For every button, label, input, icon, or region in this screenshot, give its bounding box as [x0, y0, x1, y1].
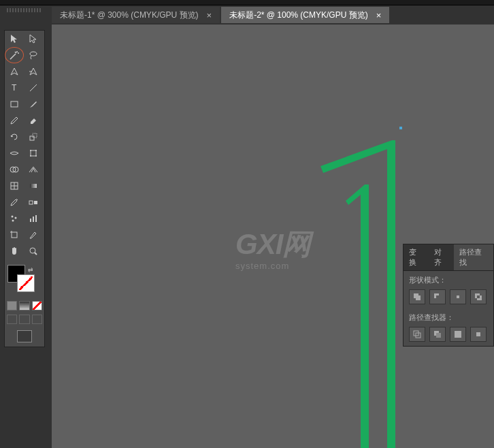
tab-transform[interactable]: 变换 — [404, 244, 429, 270]
toolbox: T — [4, 30, 45, 347]
svg-rect-24 — [35, 215, 37, 222]
svg-point-28 — [30, 248, 35, 253]
intersect-button[interactable] — [450, 289, 466, 304]
symbol-sprayer-tool-icon[interactable] — [5, 210, 24, 227]
watermark-main: GXI网 — [235, 225, 310, 263]
svg-line-2 — [30, 84, 37, 91]
svg-line-29 — [35, 253, 37, 255]
svg-rect-3 — [11, 101, 18, 107]
svg-rect-38 — [476, 332, 480, 336]
exclude-button[interactable] — [470, 289, 487, 304]
svg-rect-17 — [29, 201, 33, 204]
tab-label: 未标题-1* @ 300% (CMYK/GPU 预览) — [60, 10, 199, 21]
curvature-tool-icon[interactable] — [24, 63, 43, 80]
shape-builder-tool-icon[interactable] — [5, 161, 24, 178]
type-tool-icon[interactable]: T — [5, 80, 24, 96]
color-swatch-section: ⇄ — [5, 259, 44, 299]
none-mode-icon[interactable] — [32, 301, 42, 310]
color-mode-icon[interactable] — [7, 301, 17, 310]
slice-tool-icon[interactable] — [24, 227, 43, 243]
svg-point-10 — [35, 155, 37, 157]
svg-rect-5 — [33, 133, 37, 138]
rectangle-tool-icon[interactable] — [5, 96, 24, 112]
canvas[interactable]: GXI网 system.com — [52, 25, 494, 448]
pathfinder-label: 路径查找器： — [409, 313, 488, 323]
watermark: GXI网 system.com — [235, 225, 310, 271]
lasso-tool-icon[interactable] — [24, 47, 43, 63]
hand-tool-icon[interactable] — [5, 243, 24, 259]
stroke-color-swatch[interactable] — [17, 274, 35, 292]
perspective-tool-icon[interactable] — [24, 161, 43, 178]
free-transform-tool-icon[interactable] — [24, 145, 43, 161]
pencil-tool-icon[interactable] — [5, 112, 24, 129]
graph-tool-icon[interactable] — [24, 210, 43, 227]
trim-button[interactable] — [429, 327, 446, 342]
gradient-tool-icon[interactable] — [24, 178, 43, 194]
paintbrush-tool-icon[interactable] — [24, 96, 43, 112]
crop-button[interactable] — [470, 327, 487, 342]
svg-point-19 — [12, 216, 14, 218]
dock-grip[interactable] — [7, 8, 41, 12]
svg-text:T: T — [12, 83, 17, 93]
screen-mode-icon[interactable] — [17, 330, 32, 342]
svg-rect-37 — [455, 331, 461, 338]
tab-align[interactable]: 对齐 — [429, 244, 454, 270]
document-tab-bar: 未标题-1* @ 300% (CMYK/GPU 预览) × 未标题-2* @ 1… — [0, 5, 494, 25]
svg-rect-4 — [30, 136, 34, 140]
svg-rect-23 — [33, 217, 34, 222]
draw-inside-icon[interactable] — [32, 315, 42, 324]
panel-tabs: 变换 对齐 路径查找 — [404, 244, 493, 271]
svg-rect-32 — [457, 295, 459, 298]
scale-tool-icon[interactable] — [24, 129, 43, 145]
artboard-tool-icon[interactable] — [5, 227, 24, 243]
draw-behind-icon[interactable] — [19, 315, 29, 324]
magic-wand-tool-icon[interactable] — [5, 47, 24, 63]
svg-point-20 — [15, 217, 17, 219]
pen-tool-icon[interactable] — [5, 63, 24, 80]
svg-rect-16 — [30, 184, 37, 188]
gradient-mode-icon[interactable] — [19, 301, 29, 310]
svg-rect-18 — [34, 201, 37, 204]
document-tab[interactable]: 未标题-1* @ 300% (CMYK/GPU 预览) × — [52, 7, 220, 23]
tab-pathfinder[interactable]: 路径查找 — [454, 244, 493, 270]
minus-front-button[interactable] — [429, 289, 446, 304]
divide-button[interactable] — [409, 327, 425, 342]
pathfinder-panel: 变换 对齐 路径查找 形状模式： 路径查找器： — [403, 244, 494, 347]
swap-colors-icon[interactable]: ⇄ — [28, 266, 33, 273]
draw-normal-icon[interactable] — [7, 315, 17, 324]
line-tool-icon[interactable] — [24, 80, 43, 96]
document-tab[interactable]: 未标题-2* @ 100% (CMYK/GPU 预览) × — [221, 7, 389, 23]
svg-point-21 — [12, 220, 14, 222]
rotate-tool-icon[interactable] — [5, 129, 24, 145]
svg-point-7 — [30, 150, 31, 151]
eyedropper-tool-icon[interactable] — [5, 194, 24, 210]
svg-point-0 — [30, 52, 37, 56]
svg-rect-25 — [12, 232, 17, 238]
direct-selection-tool-icon[interactable] — [24, 31, 43, 47]
merge-button[interactable] — [450, 327, 466, 342]
svg-rect-31 — [416, 295, 421, 300]
svg-point-8 — [35, 150, 37, 151]
mesh-tool-icon[interactable] — [5, 178, 24, 194]
svg-point-9 — [30, 155, 31, 157]
width-tool-icon[interactable] — [5, 145, 24, 161]
zoom-tool-icon[interactable] — [24, 243, 43, 259]
selection-handle[interactable] — [399, 127, 402, 129]
tab-label: 未标题-2* @ 100% (CMYK/GPU 预览) — [229, 10, 368, 21]
svg-rect-22 — [30, 219, 31, 222]
svg-rect-36 — [436, 333, 441, 338]
svg-rect-6 — [31, 150, 36, 156]
artwork-shape-inner[interactable] — [346, 185, 386, 448]
selection-tool-icon[interactable] — [5, 31, 24, 47]
unite-button[interactable] — [409, 289, 425, 304]
shape-mode-label: 形状模式： — [409, 275, 488, 285]
blend-tool-icon[interactable] — [24, 194, 43, 210]
close-icon[interactable]: × — [374, 10, 384, 20]
eraser-tool-icon[interactable] — [24, 112, 43, 129]
close-icon[interactable]: × — [204, 10, 215, 20]
